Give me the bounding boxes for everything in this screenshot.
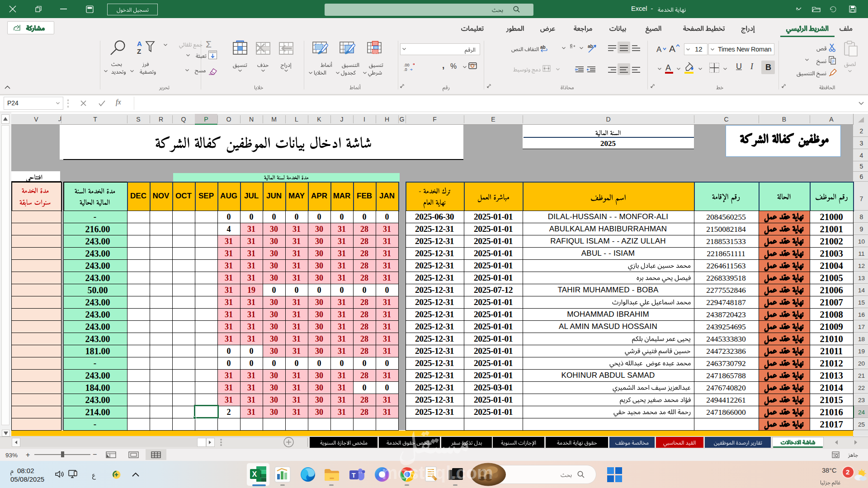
svg-text:X: X xyxy=(252,470,257,478)
svg-text:ab: ab xyxy=(540,45,546,50)
svg-text:A: A xyxy=(656,45,662,54)
svg-text:.00: .00 xyxy=(404,63,410,67)
svg-text:A: A xyxy=(669,43,675,54)
svg-text:T: T xyxy=(352,472,356,479)
svg-text:ab: ab xyxy=(588,44,593,49)
svg-text:.0: .0 xyxy=(404,67,407,72)
svg-text:A: A xyxy=(665,63,671,72)
